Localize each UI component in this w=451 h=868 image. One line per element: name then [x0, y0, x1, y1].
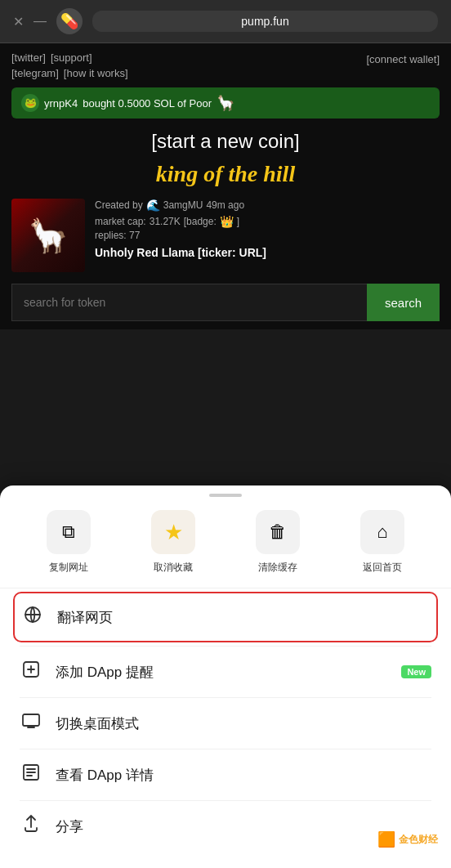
menu-items: 翻译网页 添加 DApp 提醒 New — [0, 592, 451, 852]
quick-actions: ⧉ 复制网址 ★ 取消收藏 🗑 清除缓存 ⌂ 返回首页 — [0, 502, 451, 588]
creator-name: 3amgMU — [163, 199, 203, 211]
coin-name: Unholy Red Llama [ticker: URL] — [95, 246, 440, 259]
king-title: king of the hill — [11, 161, 440, 187]
close-icon[interactable]: ✕ — [13, 14, 24, 29]
share-label: 分享 — [56, 817, 431, 836]
search-input[interactable] — [11, 284, 367, 321]
star-icon: ★ — [164, 520, 183, 545]
home-label: 返回首页 — [363, 561, 402, 575]
how-it-works-link[interactable]: [how it works] — [64, 67, 128, 79]
new-badge: New — [401, 665, 431, 678]
ticker-user: yrnpK4 — [44, 97, 78, 110]
ticker-banner: 🐸 yrnpK4 bought 0.5000 SOL of Poor 🦙 — [11, 87, 440, 119]
creator-avatar-emoji: 🌊 — [146, 199, 160, 212]
ticker-user-avatar: 🐸 — [21, 94, 39, 112]
add-dapp-label: 添加 DApp 提醒 — [56, 663, 388, 682]
clear-cache-label: 清除缓存 — [258, 561, 297, 575]
clear-cache-icon-box: 🗑 — [256, 510, 300, 554]
coin-time-ago: 49m ago — [206, 199, 244, 211]
coin-image: 🦙 — [11, 199, 85, 272]
start-coin-button[interactable]: [start a new coin] — [11, 130, 440, 153]
site-logo: 💊 — [56, 8, 83, 34]
trash-icon: 🗑 — [269, 521, 287, 543]
quick-action-unfavorite[interactable]: ★ 取消收藏 — [151, 510, 195, 575]
coin-creator: Created by 🌊 3amgMU 49m ago — [95, 199, 440, 212]
copy-icon-box: ⧉ — [47, 510, 91, 554]
url-bar[interactable]: pump.fun — [92, 11, 438, 32]
menu-item-share[interactable]: 分享 — [13, 801, 438, 852]
nav-bar: [twitter] [support] [telegram] [how it w… — [11, 51, 440, 79]
svg-rect-2 — [23, 714, 39, 726]
minimize-icon[interactable]: — — [33, 14, 47, 29]
menu-item-desktop-mode[interactable]: 切换桌面模式 — [13, 698, 438, 749]
copy-icon: ⧉ — [62, 521, 75, 543]
unfavorite-icon-box: ★ — [151, 510, 195, 554]
copy-label: 复制网址 — [49, 561, 88, 575]
share-icon — [20, 814, 42, 839]
watermark-text: 金色财经 — [399, 833, 438, 847]
telegram-link[interactable]: [telegram] — [11, 67, 59, 79]
website-area: [twitter] [support] [telegram] [how it w… — [0, 43, 451, 329]
nav-row1: [twitter] [support] — [11, 51, 128, 64]
search-button[interactable]: search — [367, 284, 440, 321]
unfavorite-label: 取消收藏 — [154, 561, 193, 575]
support-link[interactable]: [support] — [51, 51, 92, 64]
coin-replies: replies: 77 — [95, 230, 440, 241]
quick-action-copy[interactable]: ⧉ 复制网址 — [47, 510, 91, 575]
home-icon: ⌂ — [377, 521, 387, 543]
translate-icon — [21, 605, 44, 629]
menu-item-translate[interactable]: 翻译网页 — [13, 592, 438, 642]
search-bar-row: search — [11, 284, 440, 321]
nav-left: [twitter] [support] [telegram] [how it w… — [11, 51, 128, 79]
sheet-handle-container — [0, 485, 451, 502]
twitter-link[interactable]: [twitter] — [11, 51, 46, 64]
quick-action-clear-cache[interactable]: 🗑 清除缓存 — [256, 510, 300, 575]
desktop-mode-icon — [20, 711, 42, 736]
watermark-icon: 🟧 — [377, 830, 395, 848]
badge-emoji: 👑 — [220, 215, 234, 228]
menu-item-dapp-details[interactable]: 查看 DApp 详情 — [13, 749, 438, 800]
replies-count: 77 — [129, 230, 140, 241]
coin-card[interactable]: 🦙 Created by 🌊 3amgMU 49m ago market cap… — [11, 199, 440, 272]
home-icon-box: ⌂ — [360, 510, 404, 554]
nav-row2: [telegram] [how it works] — [11, 67, 128, 79]
add-dapp-icon — [20, 660, 42, 684]
coin-market-cap: market cap: 31.27K [badge:👑] — [95, 215, 440, 228]
connect-wallet-link[interactable]: [connect wallet] — [366, 51, 440, 66]
translate-label: 翻译网页 — [57, 608, 430, 627]
sheet-handle — [209, 494, 242, 497]
market-cap-value: 31.27K — [150, 216, 181, 227]
ticker-action: bought 0.5000 SOL of Poor — [83, 97, 212, 110]
dapp-details-icon — [20, 763, 42, 787]
menu-item-add-dapp[interactable]: 添加 DApp 提醒 New — [13, 647, 438, 697]
coin-image-emoji: 🦙 — [28, 217, 69, 255]
desktop-mode-label: 切换桌面模式 — [56, 714, 431, 733]
bottom-sheet: ⧉ 复制网址 ★ 取消收藏 🗑 清除缓存 ⌂ 返回首页 — [0, 485, 451, 868]
dapp-details-label: 查看 DApp 详情 — [56, 766, 431, 785]
coin-info: Created by 🌊 3amgMU 49m ago market cap: … — [95, 199, 440, 259]
watermark: 🟧 金色财经 — [377, 830, 438, 848]
browser-chrome: ✕ — 💊 pump.fun — [0, 0, 451, 43]
quick-action-home[interactable]: ⌂ 返回首页 — [360, 510, 404, 575]
ticker-token-icon: 🦙 — [217, 94, 234, 112]
